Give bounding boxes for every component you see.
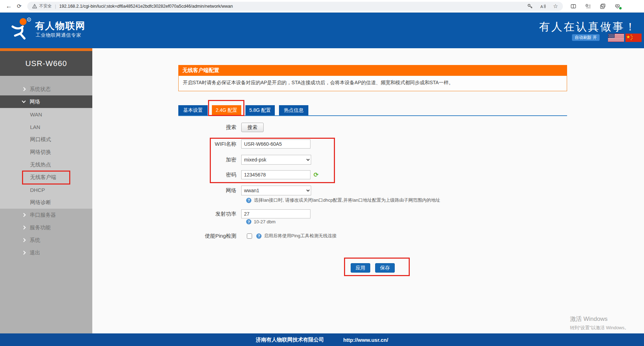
tab-underline <box>178 115 567 116</box>
ping-hint: ? 启用后将使用Ping工具检测无线连接 <box>256 233 337 239</box>
ping-detect-label: 使能Ping检测 <box>178 233 241 239</box>
url-text[interactable]: 192.168.2.1/cgi-bin/luci/;stok=df6a48524… <box>59 4 523 9</box>
svg-text:★: ★ <box>626 34 630 39</box>
ping-hint-text: 启用后将使用Ping工具检测无线连接 <box>264 233 337 239</box>
sidebar-item-label: LAN <box>30 124 40 130</box>
refresh-icon[interactable]: ⟳ <box>14 1 24 11</box>
help-icon: ? <box>246 198 251 203</box>
sidebar-item-wan[interactable]: WAN <box>0 108 92 121</box>
split-screen-icon[interactable] <box>571 3 576 9</box>
password-input[interactable] <box>241 170 310 179</box>
sidebar-item-dhcp[interactable]: DHCP <box>0 183 92 196</box>
collections-icon[interactable] <box>600 3 606 9</box>
site-header: R 有人物联网 工业物联网通信专家 有人在认真做事！ 自动刷新 开 ★ ★ ★ … <box>0 13 644 48</box>
sidebar-item-serial-server[interactable]: 串口服务器 <box>0 209 92 221</box>
tab-bar: 基本设置 2.4G 配置 5.8G 配置 热点信息 <box>178 105 313 115</box>
sidebar-item-service-function[interactable]: 服务功能 <box>0 221 92 234</box>
sidebar-item-label: 串口服务器 <box>30 212 56 218</box>
tx-power-label: 发射功率 <box>178 211 241 217</box>
sidebar-item-wireless-client[interactable]: 无线客户端 <box>0 171 92 183</box>
password-refresh-icon[interactable]: ⟳ <box>314 171 319 179</box>
sidebar-item-network-diagnosis[interactable]: 网络诊断 <box>0 196 92 209</box>
device-model: USR-W660 <box>0 51 92 76</box>
chevron-right-icon <box>22 213 26 217</box>
security-label: 不安全 <box>39 3 52 9</box>
warning-triangle-icon <box>32 4 37 8</box>
cn-flag-language-icon[interactable]: ★ ★ ★ ★ ★ <box>625 34 642 42</box>
sidebar-item-system-status[interactable]: 系统状态 <box>0 83 92 95</box>
save-button[interactable]: 保存 <box>375 263 395 273</box>
ping-detect-checkbox[interactable] <box>247 233 252 239</box>
tx-power-hint-text: 10-27 dbm <box>254 219 276 224</box>
read-aloud-icon[interactable]: A <box>540 3 546 9</box>
network-label: 网络 <box>178 187 241 194</box>
address-bar[interactable]: 不安全 | 192.168.2.1/cgi-bin/luci/;stok=df6… <box>27 2 563 11</box>
password-key-icon[interactable] <box>527 3 533 9</box>
action-buttons: 应用 保存 <box>178 263 567 273</box>
back-icon[interactable]: ← <box>3 1 14 11</box>
tab-2-4g-config[interactable]: 2.4G 配置 <box>212 105 241 115</box>
tx-power-input[interactable] <box>241 209 310 218</box>
help-icon: ? <box>256 233 262 239</box>
sidebar-item-label: 网络切换 <box>30 149 51 156</box>
apply-button[interactable]: 应用 <box>351 263 370 273</box>
security-warning[interactable]: 不安全 <box>32 3 52 9</box>
sidebar-item-label: 网络 <box>30 99 40 105</box>
wifi-name-label: WIFI名称 <box>178 141 241 147</box>
tab-5-8g-config[interactable]: 5.8G 配置 <box>245 105 275 115</box>
sidebar-item-label: 系统 <box>30 237 40 244</box>
favorites-list-icon[interactable] <box>585 3 591 9</box>
address-divider: | <box>55 3 56 9</box>
header-slogan: 有人在认真做事！ <box>539 20 637 34</box>
sidebar-item-label: 退出 <box>30 250 40 256</box>
network-hint: ? 选择lan接口时, 请修改或关闭lan口dhcp配置,并将lan口地址配置为… <box>246 197 440 203</box>
network-select[interactable]: wwan1 <box>241 186 311 195</box>
tab-basic-settings[interactable]: 基本设置 <box>178 105 208 115</box>
password-label: 密码 <box>178 172 241 178</box>
auto-refresh-toggle[interactable]: 自动刷新 开 <box>572 34 600 41</box>
chevron-right-icon <box>22 238 26 242</box>
sidebar-item-label: 系统状态 <box>30 86 51 93</box>
svg-text:A: A <box>540 4 543 8</box>
browser-toolbar: ← ⟳ 不安全 | 192.168.2.1/cgi-bin/luci/;stok… <box>0 0 644 13</box>
brand-subtitle: 工业物联网通信专家 <box>36 32 81 38</box>
footer-website-link[interactable]: http://www.usr.cn/ <box>343 337 388 343</box>
status-badge <box>619 7 622 10</box>
page-title: 无线客户端配置 <box>178 65 567 75</box>
chevron-down-icon <box>22 99 26 103</box>
sidebar-item-network-switch[interactable]: 网络切换 <box>0 146 92 158</box>
sidebar-item-network[interactable]: 网络 <box>0 95 92 108</box>
svg-text:R: R <box>28 19 30 21</box>
tx-power-hint: ? 10-27 dbm <box>246 219 276 224</box>
wifi-name-input[interactable] <box>241 139 310 149</box>
chevron-right-icon <box>22 225 26 229</box>
sidebar-item-wireless-ap[interactable]: 无线热点 <box>0 158 92 171</box>
browser-essentials-icon[interactable] <box>615 3 621 9</box>
favorite-star-icon[interactable]: ☆ <box>553 3 558 9</box>
watermark-line1: 激活 Windows <box>570 315 629 323</box>
sidebar-item-label: 无线客户端 <box>30 174 56 181</box>
search-button[interactable]: 搜索 <box>241 123 264 132</box>
sidebar-item-logout[interactable]: 退出 <box>0 246 92 259</box>
sidebar-item-port-mode[interactable]: 网口模式 <box>0 133 92 146</box>
sidebar-item-label: 无线热点 <box>30 161 51 168</box>
main-content: 无线客户端配置 开启STA时请务必保证本设备对应的AP是开启的，STA连接成功后… <box>92 48 644 333</box>
footer-company: 济南有人物联网技术有限公司 <box>256 337 324 343</box>
sidebar-item-label: 网络诊断 <box>30 199 51 206</box>
encryption-label: 加密 <box>178 157 241 163</box>
page-note: 开启STA时请务必保证本设备对应的AP是开启的，STA连接成功后，会将本设备AP… <box>178 75 567 91</box>
sidebar-item-label: DHCP <box>30 187 45 193</box>
tab-hotspot-info[interactable]: 热点信息 <box>279 105 308 115</box>
encryption-select[interactable]: mixed-psk <box>241 155 311 165</box>
sidebar-item-label: 网口模式 <box>30 136 51 143</box>
us-flag-language-icon[interactable] <box>608 34 624 42</box>
chevron-right-icon <box>22 251 26 254</box>
brand-title: 有人物联网 <box>35 20 86 32</box>
sidebar-item-system[interactable]: 系统 <box>0 234 92 246</box>
chevron-right-icon <box>22 87 26 91</box>
page-footer: 济南有人物联网技术有限公司 http://www.usr.cn/ <box>0 333 644 346</box>
help-icon: ? <box>246 219 251 224</box>
sidebar-item-lan[interactable]: LAN <box>0 121 92 133</box>
windows-watermark: 激活 Windows 转到“设置”以激活 Windows。 <box>570 315 629 331</box>
sidebar-item-label: 服务功能 <box>30 224 51 231</box>
